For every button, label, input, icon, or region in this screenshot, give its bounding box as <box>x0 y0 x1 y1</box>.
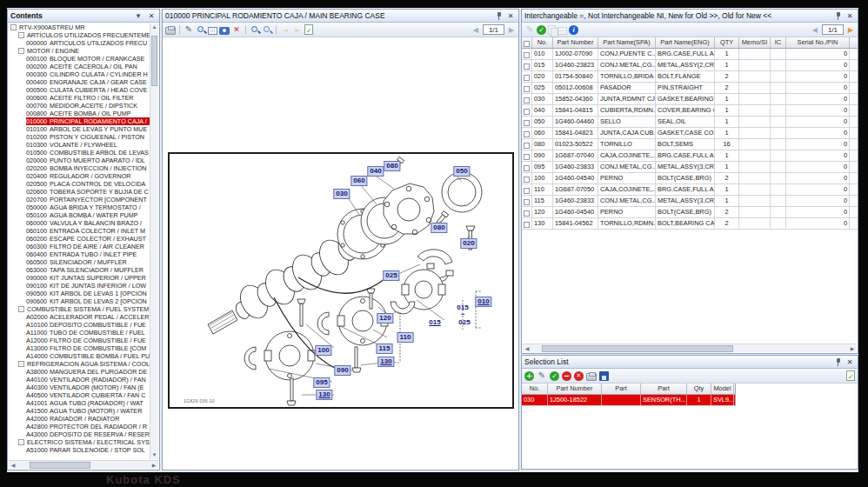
tree-item[interactable]: A10100DEPOSITO COMBUSTIBLE / FUE <box>26 321 150 329</box>
pin-icon[interactable] <box>834 357 842 367</box>
tree-item[interactable]: 090000KIT JUNTAS SUPERIOR / UPPER <box>26 274 150 282</box>
header-checkbox[interactable] <box>524 41 530 47</box>
tree-item[interactable]: 063000TAPA SILENCIADOR / MUFFLER <box>26 266 150 274</box>
row-checkbox[interactable] <box>524 131 530 137</box>
row-checkbox[interactable] <box>524 120 530 126</box>
diagram-callout[interactable]: 080 <box>431 223 447 233</box>
pin-icon[interactable] <box>495 11 503 21</box>
tree-item[interactable]: -MOTOR / ENGINE <box>18 47 150 55</box>
info-icon[interactable] <box>569 25 578 35</box>
tree-item[interactable]: 050100AGUA BOMBA / WATER PUMP <box>26 211 150 219</box>
diagram-callout[interactable]: 025 <box>458 318 470 327</box>
tree-item[interactable]: -RTV-X900ASTREU MR <box>10 23 150 31</box>
parts-table-row[interactable]: 1201G460-04540PERNOBOLT(CASE,BRG)20 <box>522 207 858 218</box>
next-page-icon[interactable]: ▶ <box>507 26 516 34</box>
cell[interactable] <box>522 83 532 93</box>
diagram-canvas[interactable]: 030060040080050080020025010015~025015120… <box>163 37 518 470</box>
delete-circle-icon[interactable] <box>574 371 584 381</box>
parts-horizontal-scrollbar[interactable]: ◀▶ <box>523 344 857 352</box>
tree-item[interactable]: 060200ESCAPE COLECTOR / EXHAUST <box>26 235 150 243</box>
cell[interactable] <box>522 49 532 59</box>
chevron-down-icon[interactable] <box>133 10 144 21</box>
row-checkbox[interactable] <box>524 177 530 183</box>
tree-item[interactable]: A41500AGUA TUBO (MOTOR) / WATER <box>26 407 150 415</box>
camera-icon[interactable] <box>219 27 230 35</box>
diagram-callout[interactable]: 010 <box>475 297 491 307</box>
tree-item[interactable]: -ARTÍCULOS UTILIZADOS FRECUENTEMENTE <box>18 31 150 39</box>
diagram-callout[interactable]: 050 <box>453 166 470 177</box>
tree-horizontal-scrollbar[interactable]: ◀▶ <box>9 460 158 469</box>
parts-table-row[interactable]: 02001754-50840TORNILLO,BRIDABOLT,FLANGE2… <box>522 71 858 83</box>
row-checkbox[interactable] <box>524 63 530 70</box>
parts-table-row[interactable]: 1001G460-04540PERNOBOLT(CASE,BRG)20 <box>522 173 858 184</box>
tree-item[interactable]: A13000FILTRO DE COMBUSTIBLE [COM <box>26 344 150 352</box>
tree-item[interactable]: 060300FILTRO DE AIRE / AIR CLEANER <box>26 243 150 250</box>
tree-item[interactable]: 090100KIT DE JUNTAS INFERIOR / LOW <box>26 282 150 290</box>
row-checkbox[interactable] <box>524 188 530 194</box>
diagram-callout[interactable]: 110 <box>397 332 414 343</box>
next-page-icon[interactable]: ▶ <box>846 26 855 34</box>
remove-icon[interactable] <box>562 371 571 381</box>
confirm-icon[interactable] <box>550 371 559 381</box>
tree-item[interactable]: 010500COMBUSTIBLE ARBOL DE LEVAS <box>26 149 150 157</box>
diagram-callout[interactable]: 060 <box>351 176 367 186</box>
row-checkbox[interactable] <box>524 154 530 160</box>
parts-table-row[interactable]: 1151G460-23833CONJ.METAL,CG...METAL,ASSY… <box>522 196 858 207</box>
prev-view-icon[interactable] <box>280 24 290 35</box>
diagram-callout[interactable]: 040 <box>367 166 384 177</box>
tree-item[interactable]: A40100VENTILADOR (RADIADOR) / FAN <box>26 376 150 384</box>
parts-table-row[interactable]: 08001023-50522TORNILLOBOLT,SEMS160 <box>522 139 858 150</box>
tree-item[interactable]: A11000TUBO DE COMBUSTIBLE / FUEL <box>26 329 150 337</box>
tree-item[interactable]: 000400ENGRANAJE CAJA / GEAR CASE <box>26 78 150 86</box>
tree-item[interactable]: 000500CULATA CUBIERTA / HEAD COVE <box>26 86 150 94</box>
cell[interactable] <box>522 218 532 229</box>
row-checkbox[interactable] <box>524 75 530 81</box>
row-checkbox[interactable] <box>524 109 530 115</box>
tree-item[interactable]: 020700PORTAINYECTOR [COMPONENT <box>26 196 150 203</box>
tree-item[interactable]: 020600TOBERA SOPORTE Y BUJIA DE C <box>26 188 150 196</box>
tree-vertical-scrollbar[interactable]: ▲▼ <box>150 23 158 459</box>
tree-item[interactable]: 010000PRINCIPAL RODAMIENTO CAJA / <box>26 117 150 125</box>
tree-item[interactable]: A38000MANGUERA DEL PURGADOR DE <box>26 368 150 376</box>
expand-icon[interactable]: - <box>10 24 17 30</box>
expand-icon[interactable]: - <box>18 306 24 312</box>
diagram-callout[interactable]: 090 <box>334 365 351 376</box>
tree-item[interactable]: -COMBUSTIBLE SISTEMA / FUEL SYSTEM <box>18 305 150 313</box>
parts-table-row[interactable]: 1101G687-07050CAJA,COJINETE,...BRG.CASE,… <box>522 184 858 196</box>
zoom-in-icon[interactable] <box>250 24 260 35</box>
tree-item[interactable]: 020200BOMBA INYECCION / INJECTION <box>26 164 150 172</box>
cell[interactable] <box>522 196 532 206</box>
edit-disabled-icon[interactable] <box>524 24 535 35</box>
tree-item[interactable]: 010300VOLANTE / FLYWHEEL <box>26 141 150 149</box>
export-icon[interactable] <box>846 370 855 381</box>
cell[interactable] <box>522 60 532 70</box>
tree-item[interactable]: 010100ARBOL DE LEVAS Y PUNTO MUE <box>26 125 150 133</box>
row-checkbox[interactable] <box>524 222 530 228</box>
add-icon[interactable] <box>524 371 534 381</box>
tree-item[interactable]: -ELECTRICO SISTEMA / ELECTRICAL SYSTEM <box>18 438 150 446</box>
cell[interactable] <box>522 94 532 104</box>
cell[interactable] <box>522 139 532 150</box>
parts-table-row[interactable]: 03015852-04360JUNTA,RDMNT CJGASKET,BEARI… <box>522 94 858 105</box>
cell[interactable] <box>522 105 532 116</box>
parts-table-row[interactable]: 13015841-04562TORNILLO,RDMN...BOLT,BEARI… <box>522 218 858 230</box>
tree-item[interactable]: A40300VENTILADOR (MOTOR) / FAN (E <box>26 384 150 391</box>
selection-table-row[interactable]: 0301J500-18522SENSOR(TH...1SVL9... <box>522 395 735 406</box>
tree-item[interactable]: 060500SILENCIADOR / MUFFLER <box>26 258 150 266</box>
diagram-callout[interactable]: 080 <box>384 161 400 171</box>
pin-icon[interactable] <box>834 11 842 21</box>
cell[interactable] <box>522 71 532 82</box>
save-icon[interactable] <box>599 371 609 381</box>
delete-icon[interactable] <box>231 24 242 35</box>
diagram-callout[interactable]: 100 <box>315 345 331 356</box>
tree-item[interactable]: 000000ARTICULOS UTILIZADOS FRECU <box>26 39 150 47</box>
parts-table-row[interactable]: 06015841-04823JUNTA,CAJA CUB...GASKET,CA… <box>522 128 858 139</box>
cell[interactable] <box>522 173 532 183</box>
tree-item[interactable]: A12000FILTRO DE COMBUSTIBLE / FUE <box>26 337 150 344</box>
tree-item[interactable]: -REFRIGERACION AGUA SISTEMA / COOLING V <box>18 360 150 368</box>
tree-item[interactable]: A43000DEPOSITO DE RESERVA / RESER <box>26 430 150 438</box>
row-checkbox[interactable] <box>524 210 530 217</box>
diagram-callout[interactable]: 115 <box>377 344 393 354</box>
tree-item[interactable]: 050000AGUA BRIDA Y TERMOSTATO / <box>26 203 150 211</box>
row-checkbox[interactable] <box>524 143 530 149</box>
